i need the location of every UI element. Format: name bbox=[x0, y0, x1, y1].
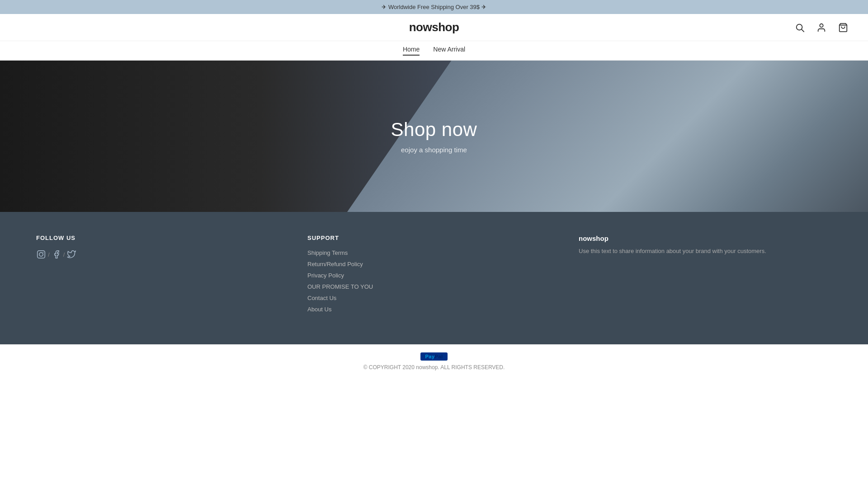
sep-1: / bbox=[48, 251, 50, 258]
svg-point-5 bbox=[39, 253, 43, 256]
link-return-policy[interactable]: Return/Refund Policy bbox=[307, 261, 561, 267]
header-center: nowshop bbox=[295, 20, 572, 34]
main-nav: Home New Arrival bbox=[0, 41, 868, 61]
link-our-promise[interactable]: OUR PROMISE TO YOU bbox=[307, 283, 561, 290]
footer-brand: nowshop Use this text to share informati… bbox=[579, 235, 832, 317]
announcement-bar: ✈ Worldwide Free Shipping Over 39$ ✈ bbox=[0, 0, 868, 14]
social-links: / / bbox=[36, 249, 289, 259]
search-icon bbox=[795, 23, 805, 33]
footer-grid: FOLLOW US / / bbox=[36, 235, 832, 317]
site-title: nowshop bbox=[409, 20, 459, 34]
svg-point-2 bbox=[820, 23, 823, 27]
nav-home[interactable]: Home bbox=[403, 46, 420, 56]
link-contact-us[interactable]: Contact Us bbox=[307, 295, 561, 301]
brand-description: Use this text to share information about… bbox=[579, 247, 832, 256]
svg-point-6 bbox=[43, 252, 44, 253]
footer-follow-us: FOLLOW US / / bbox=[36, 235, 289, 317]
support-title: SUPPORT bbox=[307, 235, 561, 241]
hero-subtitle: eojoy a shopping time bbox=[391, 146, 477, 154]
paypal-badge: PayPal bbox=[420, 352, 447, 361]
cart-icon bbox=[838, 23, 848, 33]
header: nowshop bbox=[0, 14, 868, 41]
link-about-us[interactable]: About Us bbox=[307, 306, 561, 313]
brand-title: nowshop bbox=[579, 235, 832, 242]
hero-section: Shop now eojoy a shopping time bbox=[0, 61, 868, 212]
search-button[interactable] bbox=[793, 21, 807, 34]
link-privacy-policy[interactable]: Privacy Policy bbox=[307, 272, 561, 279]
paypal-badge-container: PayPal bbox=[9, 352, 859, 364]
twitter-icon[interactable] bbox=[66, 249, 76, 259]
hero-title: Shop now bbox=[391, 119, 477, 141]
below-footer bbox=[0, 378, 868, 477]
link-shipping-terms[interactable]: Shipping Terms bbox=[307, 249, 561, 256]
account-button[interactable] bbox=[815, 21, 828, 34]
hero-content: Shop now eojoy a shopping time bbox=[391, 119, 477, 154]
follow-us-title: FOLLOW US bbox=[36, 235, 289, 241]
cart-button[interactable] bbox=[836, 21, 850, 34]
copyright-text: © COPYRIGHT 2020 nowshop. ALL RIGHTS RES… bbox=[9, 364, 859, 371]
instagram-icon[interactable] bbox=[36, 249, 46, 259]
svg-line-1 bbox=[802, 29, 804, 32]
nav-new-arrival[interactable]: New Arrival bbox=[433, 46, 465, 56]
sep-2: / bbox=[63, 251, 65, 258]
svg-rect-4 bbox=[38, 251, 45, 258]
footer-support: SUPPORT Shipping Terms Return/Refund Pol… bbox=[307, 235, 561, 317]
announcement-text: ✈ Worldwide Free Shipping Over 39$ ✈ bbox=[382, 4, 486, 10]
account-icon bbox=[816, 23, 826, 33]
facebook-icon[interactable] bbox=[52, 249, 61, 259]
footer-bottom: PayPal © COPYRIGHT 2020 nowshop. ALL RIG… bbox=[0, 344, 868, 378]
header-right bbox=[573, 21, 850, 34]
footer: FOLLOW US / / bbox=[0, 212, 868, 344]
